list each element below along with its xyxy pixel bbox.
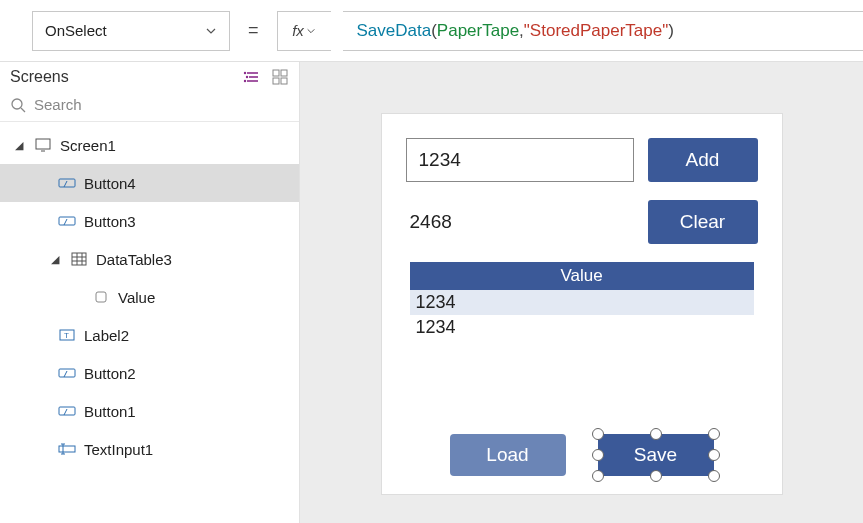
- tree-item-button2[interactable]: Button2: [0, 354, 299, 392]
- table-icon: [70, 250, 88, 268]
- selection-handle[interactable]: [592, 428, 604, 440]
- tree-item-value-column[interactable]: Value: [0, 278, 299, 316]
- tree-panel-title: Screens: [10, 68, 69, 86]
- column-icon: [92, 288, 110, 306]
- tree-item-label: Screen1: [60, 137, 116, 154]
- fx-label: fx: [292, 22, 304, 39]
- selection-handle[interactable]: [650, 470, 662, 482]
- text-input-value: 1234: [419, 149, 461, 171]
- formula-token-func: SaveData: [357, 21, 432, 41]
- table-row[interactable]: 1234: [410, 290, 754, 315]
- screen-icon: [34, 136, 52, 154]
- svg-point-4: [246, 76, 248, 78]
- formula-token-string: "StoredPaperTape": [524, 21, 668, 41]
- svg-line-11: [21, 108, 25, 112]
- tree-item-label: Label2: [84, 327, 129, 344]
- formula-token-close: ): [668, 21, 674, 41]
- svg-rect-14: [59, 179, 75, 187]
- tree-item-label: TextInput1: [84, 441, 153, 458]
- svg-point-5: [244, 80, 246, 82]
- load-button-label: Load: [486, 444, 528, 466]
- svg-rect-24: [59, 369, 75, 377]
- svg-rect-21: [96, 292, 106, 302]
- svg-rect-8: [273, 78, 279, 84]
- collapse-icon[interactable]: ◢: [48, 253, 62, 266]
- fx-button[interactable]: fx: [277, 11, 331, 51]
- grid-view-icon[interactable]: [271, 68, 289, 86]
- canvas-area[interactable]: 1234 Add 2468 Clear Value 1234 1234 Loa: [300, 62, 863, 523]
- svg-rect-12: [36, 139, 50, 149]
- tree-item-label: Button4: [84, 175, 136, 192]
- data-table[interactable]: Value 1234 1234: [410, 262, 754, 340]
- selection-handle[interactable]: [592, 449, 604, 461]
- tree-item-label: DataTable3: [96, 251, 172, 268]
- tree-item-button3[interactable]: Button3: [0, 202, 299, 240]
- save-button-selected[interactable]: Save: [598, 434, 714, 476]
- svg-rect-16: [72, 253, 86, 265]
- svg-rect-26: [59, 446, 75, 452]
- tree-item-label: Button2: [84, 365, 136, 382]
- tree-item-textinput1[interactable]: TextInput1: [0, 430, 299, 468]
- table-row[interactable]: 1234: [410, 315, 754, 340]
- add-button[interactable]: Add: [648, 138, 758, 182]
- svg-rect-25: [59, 407, 75, 415]
- list-view-icon[interactable]: [243, 68, 261, 86]
- add-button-label: Add: [686, 149, 720, 171]
- label-icon: T: [58, 326, 76, 344]
- load-button[interactable]: Load: [450, 434, 566, 476]
- button-icon: [58, 402, 76, 420]
- app-screen: 1234 Add 2468 Clear Value 1234 1234 Loa: [382, 114, 782, 494]
- label-2: 2468: [406, 211, 452, 233]
- selection-handle[interactable]: [650, 428, 662, 440]
- equals-sign: =: [242, 20, 265, 41]
- formula-bar[interactable]: SaveData( PaperTape, "StoredPaperTape" ): [343, 11, 863, 51]
- svg-rect-15: [59, 217, 75, 225]
- svg-rect-9: [281, 78, 287, 84]
- tree-item-button4[interactable]: Button4: [0, 164, 299, 202]
- textinput-icon: [58, 440, 76, 458]
- svg-text:T: T: [64, 331, 69, 340]
- property-selector-label: OnSelect: [45, 22, 107, 39]
- button-icon: [58, 174, 76, 192]
- clear-button[interactable]: Clear: [648, 200, 758, 244]
- svg-rect-6: [273, 70, 279, 76]
- tree-item-screen1[interactable]: ◢ Screen1: [0, 126, 299, 164]
- collapse-icon[interactable]: ◢: [12, 139, 26, 152]
- property-selector[interactable]: OnSelect: [32, 11, 230, 51]
- tree-item-label2[interactable]: T Label2: [0, 316, 299, 354]
- svg-rect-7: [281, 70, 287, 76]
- tree-item-label: Value: [118, 289, 155, 306]
- tree-item-datatable3[interactable]: ◢ DataTable3: [0, 240, 299, 278]
- search-icon: [10, 97, 26, 113]
- chevron-down-icon: [306, 26, 316, 36]
- tree-item-label: Button3: [84, 213, 136, 230]
- chevron-down-icon: [205, 25, 217, 37]
- selection-handle[interactable]: [708, 428, 720, 440]
- tree-search-placeholder: Search: [34, 96, 82, 113]
- tree-item-label: Button1: [84, 403, 136, 420]
- button-icon: [58, 212, 76, 230]
- button-icon: [58, 364, 76, 382]
- selection-handle[interactable]: [592, 470, 604, 482]
- clear-button-label: Clear: [680, 211, 725, 233]
- text-input-1[interactable]: 1234: [406, 138, 634, 182]
- tree-search[interactable]: Search: [0, 90, 299, 122]
- table-header-value: Value: [410, 262, 754, 290]
- tree-item-button1[interactable]: Button1: [0, 392, 299, 430]
- save-button-label: Save: [634, 444, 677, 466]
- svg-point-3: [244, 72, 246, 74]
- selection-handle[interactable]: [708, 449, 720, 461]
- formula-token-ident: PaperTape: [437, 21, 519, 41]
- selection-handle[interactable]: [708, 470, 720, 482]
- tree-panel: Screens Search: [0, 62, 300, 523]
- svg-point-10: [12, 99, 22, 109]
